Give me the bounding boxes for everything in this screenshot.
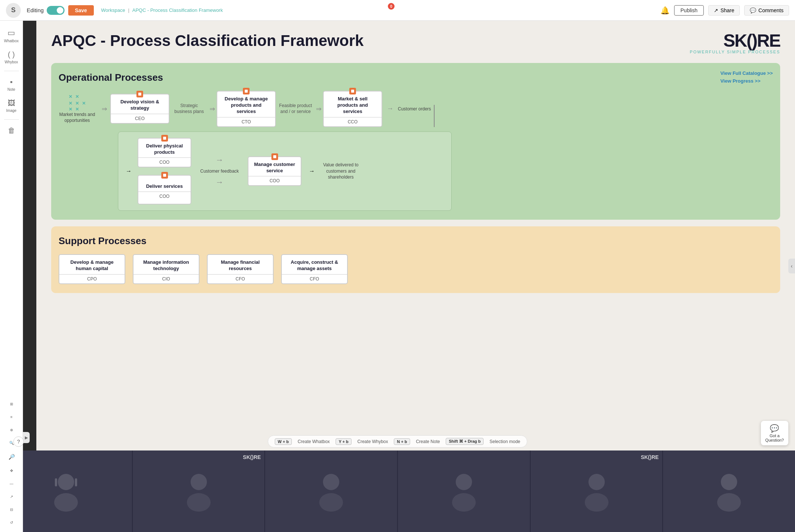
page-content: APQC - Process Classification Framework … <box>36 21 795 304</box>
got-question-widget[interactable]: 💬 Got aQuestion? <box>761 421 788 445</box>
notification-icon[interactable]: 🔔 <box>660 6 670 15</box>
manage-customer-box[interactable]: Manage customer service COO <box>248 156 301 186</box>
sidebar-item-whatbox[interactable]: ▭ Whatbox <box>2 25 21 46</box>
sidebar-item-table[interactable]: ⊞ <box>2 399 21 409</box>
sidebar-item-list[interactable]: ≡ <box>2 412 21 422</box>
video-cell-3 <box>265 450 398 532</box>
breadcrumb-page[interactable]: APQC - Process Classification Framework <box>132 7 223 13</box>
view-progress-link[interactable]: View Progress >> <box>720 78 773 84</box>
breadcrumb-workspace[interactable]: Workspace <box>101 7 125 13</box>
comments-button[interactable]: 💬 Comments <box>744 5 789 16</box>
box-pin-1 <box>136 91 143 97</box>
right-collapse-button[interactable]: ‹ <box>788 259 795 273</box>
hint-label-4: Selection mode <box>489 439 520 444</box>
video-person-2 <box>133 450 265 532</box>
sidebar-item-pan[interactable]: ✥ <box>2 466 21 476</box>
video-skore-logo-2: SK()RE <box>243 454 261 460</box>
flow-arrow-mid-top: → <box>215 155 224 165</box>
sidebar-label-note: Note <box>7 87 15 92</box>
hint-label-1: Create Whatbox <box>298 439 330 444</box>
video-person-4 <box>398 450 530 532</box>
video-cell-5: SK()RE <box>531 450 663 532</box>
skore-logo-tagline: POWERFULLY SIMPLE PROCESSES <box>690 50 780 54</box>
sidebar-item-layers[interactable]: ⊟ <box>2 505 21 515</box>
market-sell-box[interactable]: Market & sell products and services CCO <box>323 91 382 127</box>
operational-processes-section: Operational Processes View Full Catalogu… <box>51 63 780 220</box>
svg-rect-2 <box>55 478 57 486</box>
list-icon: ≡ <box>10 415 13 419</box>
pan-icon: ✥ <box>10 469 13 473</box>
info-tech-role: CIO <box>158 275 174 283</box>
manage-assets-box[interactable]: Acquire, construct & manage assets CFO <box>281 254 348 284</box>
layers-icon: ⊟ <box>10 508 13 512</box>
publish-button[interactable]: Publish <box>674 5 704 16</box>
deliver-services-box[interactable]: Deliver services COO <box>138 175 191 205</box>
financial-resources-box[interactable]: Manage financial resources CFO <box>207 254 274 284</box>
topbar-right: 🔔 Publish ↗ Share 💬 Comments 0 <box>660 5 789 16</box>
svg-rect-3 <box>75 478 77 486</box>
sidebar-item-org[interactable]: ⊕ <box>2 425 21 435</box>
video-cell-4 <box>398 450 531 532</box>
editing-toggle[interactable] <box>47 6 65 15</box>
sidebar-item-pointer[interactable]: ↗ <box>2 492 21 502</box>
skore-logo: SK()RE POWERFULLY SIMPLE PROCESSES <box>690 32 780 54</box>
sidebar-item-image[interactable]: 🖼 Image <box>2 96 21 116</box>
video-person-6 <box>663 450 795 532</box>
deliver-middle: → Customer feedback → <box>200 155 239 187</box>
market-sell-role: CCO <box>344 117 362 126</box>
market-trends-label: Market trends and opportunities <box>59 112 96 123</box>
hint-key-4: Shift ⌘ + Drag b <box>446 438 484 445</box>
manage-assets-title: Acquire, construct & manage assets <box>282 255 347 274</box>
develop-manage-products-box[interactable]: Develop & manage products and services C… <box>217 91 276 127</box>
flow-arrow-3: ⇒ <box>316 105 321 113</box>
video-person-5 <box>531 450 663 532</box>
sidebar-divider-2 <box>4 119 19 120</box>
help-button[interactable]: ? <box>13 436 24 447</box>
customer-orders-label: Customer orders <box>398 106 431 112</box>
support-processes-title: Support Processes <box>59 235 773 247</box>
bottom-hints: W + b Create Whatbox Y + b Create Whybox… <box>268 435 527 448</box>
sidebar-divider-1 <box>4 71 19 71</box>
collapse-sidebar-button[interactable]: ▶ <box>23 432 30 443</box>
note-icon: ▪ <box>10 78 13 86</box>
sidebar-item-zoomout[interactable]: 🔎 <box>2 451 21 463</box>
rotate-icon: ↺ <box>10 521 13 525</box>
view-catalogue-link[interactable]: View Full Catalogue >> <box>720 70 773 76</box>
share-button[interactable]: ↗ Share <box>708 5 740 16</box>
deliver-services-title: Deliver services <box>142 179 187 192</box>
sidebar-item-note[interactable]: ▪ Note <box>2 75 21 94</box>
hint-label-3: Create Note <box>416 439 440 444</box>
deliver-arrow-in: → <box>126 168 132 174</box>
human-capital-role: CPO <box>83 275 100 283</box>
operational-processes-title: Operational Processes <box>59 72 773 83</box>
human-capital-box[interactable]: Develop & manage human capital CPO <box>59 254 125 284</box>
page-title: APQC - Process Classification Framework <box>51 32 364 50</box>
deliver-physical-role: COO <box>156 158 173 167</box>
trash-icon: 🗑 <box>8 126 15 135</box>
notification-badge: 0 <box>388 3 395 10</box>
topbar: S Editing Save Workspace | APQC - Proces… <box>0 0 795 21</box>
manage-assets-role: CFO <box>306 275 323 283</box>
top-flow-row: ✕✕ ✕✕✕ ✕✕ Market trends and opportunitie… <box>59 91 773 127</box>
deliver-physical-box[interactable]: Deliver physical products COO <box>138 138 191 168</box>
dash-icon: — <box>10 482 13 486</box>
hint-label-2: Create Whybox <box>357 439 388 444</box>
svg-point-1 <box>54 493 78 512</box>
person-silhouette-1 <box>51 471 81 512</box>
sidebar-item-trash[interactable]: 🗑 <box>2 123 21 138</box>
sidebar-item-whybox[interactable]: ( ) Whybox <box>2 47 21 67</box>
deliver-boxes-col: Deliver physical products COO Deliver se… <box>138 138 191 205</box>
deliver-arrow-out: → <box>309 168 315 174</box>
sidebar-label-whybox: Whybox <box>4 60 18 64</box>
person-silhouette-3 <box>316 471 346 512</box>
flow-arrow-1: ⇒ <box>102 105 107 113</box>
box-pin-5 <box>161 172 168 179</box>
sidebar-item-dash[interactable]: — <box>2 479 21 489</box>
person-silhouette-4 <box>449 471 479 512</box>
save-button[interactable]: Save <box>68 5 94 16</box>
video-person-3 <box>265 450 397 532</box>
sidebar-item-rotate[interactable]: ↺ <box>2 518 21 528</box>
org-icon: ⊕ <box>10 428 13 432</box>
info-tech-box[interactable]: Manage information technology CIO <box>133 254 199 284</box>
develop-vision-box[interactable]: Develop vision & strategy CEO <box>110 94 169 124</box>
